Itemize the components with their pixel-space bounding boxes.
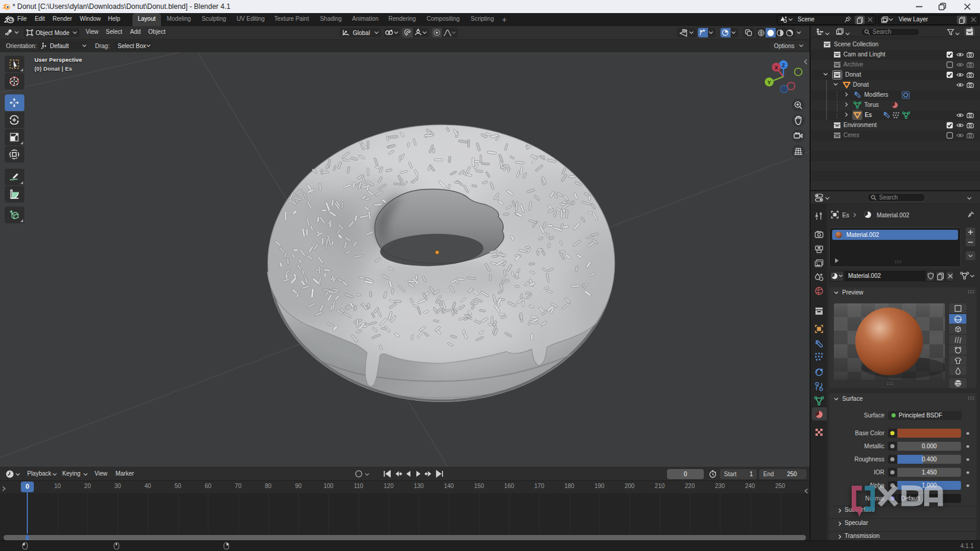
- svg-text:Z: Z: [782, 62, 785, 68]
- svg-text:Y: Y: [767, 80, 771, 86]
- svg-text:X: X: [774, 65, 778, 71]
